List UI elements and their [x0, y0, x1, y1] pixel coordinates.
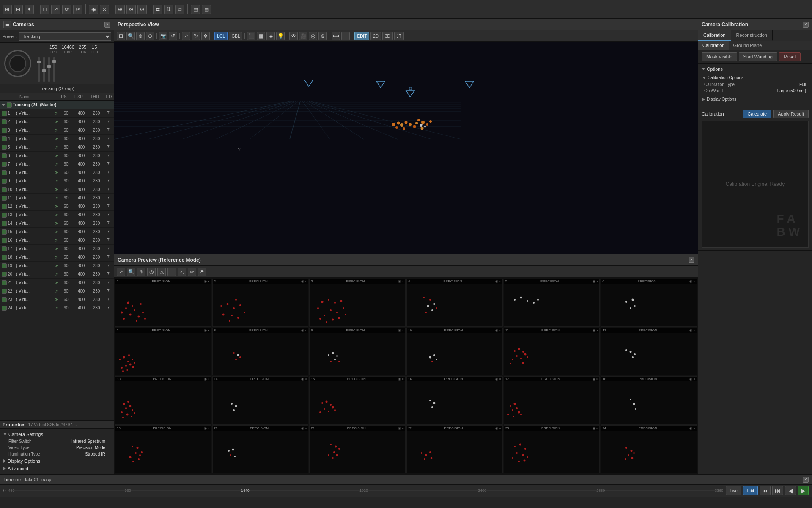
timeline-ruler[interactable]: 480 960 1440 1920 2400 2880 3360 — [8, 489, 724, 493]
cell-icon-close-19[interactable]: × — [208, 426, 210, 430]
jt-btn[interactable]: JT — [394, 32, 404, 40]
toolbar-icon-13[interactable]: ⇄ — [153, 5, 162, 14]
camera-row-16[interactable]: 16 ( Virtu... ⟳ 60 400 230 7 — [0, 236, 114, 245]
toolbar-icon-3[interactable]: ✦ — [25, 5, 34, 14]
toolbar-icon-7[interactable]: ✂ — [73, 5, 82, 14]
preview-cell-11[interactable]: 11 PRECISION ◉ × — [504, 328, 600, 376]
grid2-icon[interactable]: ▦ — [257, 32, 265, 40]
start-wanding-btn[interactable]: Start Wanding — [739, 52, 777, 61]
edit-timeline-btn[interactable]: Edit — [743, 486, 758, 495]
camera-icon[interactable]: 📷 — [159, 32, 167, 40]
advanced-toggle[interactable]: Advanced — [3, 465, 110, 472]
camera-row-6[interactable]: 6 ( Virtu... ⟳ 60 400 230 7 — [0, 152, 114, 160]
preview-cell-14[interactable]: 14 PRECISION ◉ × — [212, 376, 309, 425]
cell-icon-close-11[interactable]: × — [596, 329, 598, 332]
cell-icon-close-7[interactable]: × — [208, 329, 210, 332]
tab-calibration[interactable]: Calibration — [698, 30, 731, 41]
cell-icon-close-5[interactable]: × — [596, 279, 598, 283]
camera-row-9[interactable]: 9 ( Virtu... ⟳ 60 400 230 7 — [0, 177, 114, 185]
toolbar-icon-1[interactable]: ⊞ — [3, 5, 12, 14]
cameras-menu-icon[interactable]: ☰ — [3, 21, 11, 28]
camera-row-22[interactable]: 22 ( Virtu... ⟳ 60 400 230 7 — [0, 287, 114, 295]
cell-icon-close-12[interactable]: × — [693, 329, 695, 332]
cam-checkbox-18[interactable] — [2, 255, 7, 260]
cell-icon-close-2[interactable]: × — [305, 279, 307, 283]
cam-checkbox-19[interactable] — [2, 263, 7, 268]
camera-row-4[interactable]: 4 ( Virtu... ⟳ 60 400 230 7 — [0, 135, 114, 143]
transport-start-btn[interactable]: ⏮ — [760, 486, 771, 495]
fps-slider[interactable] — [38, 57, 40, 82]
preview-cell-4[interactable]: 4 PRECISION ◉ × — [406, 279, 503, 327]
cam2-icon[interactable]: 🎥 — [299, 32, 307, 40]
perspective-canvas[interactable]: □ □ □ □ — [114, 42, 698, 254]
prev-tool-6[interactable]: □ — [167, 268, 176, 276]
toolbar-icon-11[interactable]: ⊗ — [126, 5, 136, 14]
preview-cell-8[interactable]: 8 PRECISION ◉ × — [212, 328, 309, 376]
toolbar-icon-15[interactable]: ⧉ — [175, 5, 184, 14]
cell-icon-close-4[interactable]: × — [499, 279, 501, 283]
prev-tool-9[interactable]: 👁 — [198, 268, 206, 276]
preview-cell-3[interactable]: 3 PRECISION ◉ × — [309, 279, 406, 327]
cam-checkbox-4[interactable] — [2, 136, 7, 141]
cell-icon-close-6[interactable]: × — [693, 279, 695, 283]
prev-tool-2[interactable]: 🔍 — [127, 268, 135, 276]
toolbar-icon-2[interactable]: ⊟ — [14, 5, 23, 14]
display-options-toggle[interactable]: Display Options — [3, 457, 110, 465]
calculate-btn[interactable]: Calculate — [743, 110, 771, 118]
exp-slider[interactable] — [43, 57, 45, 82]
preview-cell-22[interactable]: 22 PRECISION ◉ × — [406, 425, 503, 474]
cell-icon-close-14[interactable]: × — [305, 377, 307, 381]
camera-row-17[interactable]: 17 ( Virtu... ⟳ 60 400 230 7 — [0, 245, 114, 253]
camera-row-14[interactable]: 14 ( Virtu... ⟳ 60 400 230 7 — [0, 219, 114, 228]
edit-btn[interactable]: EDIT — [354, 32, 369, 40]
transport-play-btn[interactable]: ▶ — [798, 486, 809, 495]
toolbar-icon-12[interactable]: ⊘ — [137, 5, 147, 14]
display-options-header[interactable]: Display Options — [702, 96, 809, 103]
preview-cell-7[interactable]: 7 PRECISION ◉ × — [115, 328, 211, 376]
light-icon[interactable]: 💡 — [276, 32, 285, 40]
sub-tab-ground-plane[interactable]: Ground Plane — [729, 41, 766, 50]
camera-row-21[interactable]: 21 ( Virtu... ⟳ 60 400 230 7 — [0, 279, 114, 287]
toolbar-icon-4[interactable]: □ — [40, 5, 49, 14]
zoom-out-icon[interactable]: ⊖ — [146, 32, 154, 40]
cam-checkbox-22[interactable] — [2, 289, 7, 294]
camera-row-master[interactable]: Tracking (24) (Master) — [0, 101, 114, 109]
camera-row-5[interactable]: 5 ( Virtu... ⟳ 60 400 230 7 — [0, 143, 114, 152]
reset-btn[interactable]: Reset — [779, 52, 801, 61]
reflect-icon[interactable]: ⟺ — [332, 32, 340, 40]
cam-checkbox-23[interactable] — [2, 297, 7, 302]
camera-row-11[interactable]: 11 ( Virtu... ⟳ 60 400 230 7 — [0, 194, 114, 202]
frame-icon[interactable]: ⬛ — [247, 32, 255, 40]
cell-icon-close-21[interactable]: × — [402, 426, 404, 430]
cam-checkbox-8[interactable] — [2, 170, 7, 175]
prev-tool-7[interactable]: ◁ — [178, 268, 186, 276]
zoom-icon[interactable]: 🔍 — [126, 32, 135, 40]
preview-cell-18[interactable]: 18 PRECISION ◉ × — [601, 376, 697, 425]
master-checkbox[interactable] — [7, 102, 12, 108]
cam-checkbox-10[interactable] — [2, 187, 7, 192]
move-icon[interactable]: ✥ — [201, 32, 210, 40]
cell-icon-close-13[interactable]: × — [208, 377, 210, 381]
timeline-close-btn[interactable]: × — [803, 477, 809, 483]
cell-icon-close-10[interactable]: × — [499, 329, 501, 332]
cell-icon-close-18[interactable]: × — [693, 377, 695, 381]
preview-cell-15[interactable]: 15 PRECISION ◉ × — [309, 376, 406, 425]
lcl-btn[interactable]: LCL — [214, 32, 228, 40]
camera-row-15[interactable]: 15 ( Virtu... ⟳ 60 400 230 7 — [0, 228, 114, 236]
cell-icon-close-15[interactable]: × — [402, 377, 404, 381]
cam-checkbox-24[interactable] — [2, 306, 7, 311]
preview-cell-6[interactable]: 6 PRECISION ◉ × — [601, 279, 697, 327]
prev-tool-4[interactable]: ◎ — [147, 268, 156, 276]
preview-close-btn[interactable]: × — [689, 257, 694, 263]
camera-row-19[interactable]: 19 ( Virtu... ⟳ 60 400 230 7 — [0, 262, 114, 270]
preview-cell-21[interactable]: 21 PRECISION ◉ × — [309, 425, 406, 474]
rotate-icon[interactable]: ↻ — [192, 32, 200, 40]
cam-checkbox-9[interactable] — [2, 179, 7, 184]
toolbar-icon-6[interactable]: ⟳ — [62, 5, 71, 14]
camera-row-1[interactable]: 1 ( Virtu... ⟳ 60 400 230 7 — [0, 109, 114, 118]
camera-row-8[interactable]: 8 ( Virtu... ⟳ 60 400 230 7 — [0, 168, 114, 177]
more-icon[interactable]: ⋯ — [341, 32, 350, 40]
cam-checkbox-14[interactable] — [2, 221, 7, 226]
reset-view-icon[interactable]: ↺ — [169, 32, 177, 40]
camera-row-20[interactable]: 20 ( Virtu... ⟳ 60 400 230 7 — [0, 270, 114, 279]
